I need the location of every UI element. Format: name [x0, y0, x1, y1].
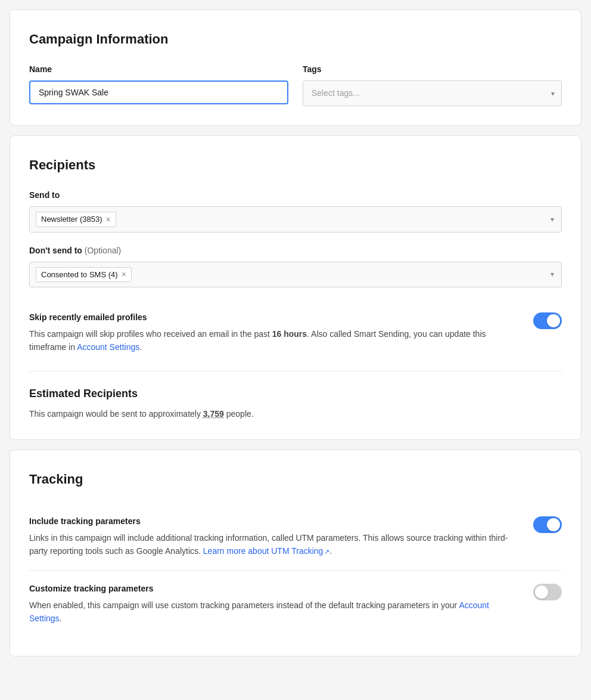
smart-sending-desc-end: . [139, 342, 142, 352]
dont-send-optional-label: (Optional) [85, 246, 121, 255]
dont-send-to-label: Don't send to (Optional) [29, 244, 562, 257]
smart-sending-content: Skip recently emailed profiles This camp… [29, 311, 519, 354]
name-label: Name [29, 63, 288, 76]
dont-send-chip: Consented to SMS (4) × [36, 267, 132, 283]
customize-tracking-desc-part1: When enabled, this campaign will use cus… [29, 600, 459, 610]
external-link-icon: ↗ [324, 548, 329, 555]
send-to-chip: Newsletter (3853) × [36, 212, 116, 227]
name-input[interactable] [29, 80, 288, 104]
recipients-title: Recipients [29, 155, 562, 175]
include-tracking-content: Include tracking parameters Links in thi… [29, 515, 519, 558]
tracking-card: Tracking Include tracking parameters Lin… [10, 450, 581, 657]
tags-select-wrapper[interactable]: Select tags... ▾ [303, 80, 562, 106]
include-tracking-title: Include tracking parameters [29, 515, 519, 528]
dont-send-to-select[interactable]: Consented to SMS (4) × ▾ [29, 262, 562, 288]
send-to-label: Send to [29, 189, 562, 202]
customize-tracking-row: Customize tracking parameters When enabl… [29, 570, 562, 637]
tags-label: Tags [303, 63, 562, 76]
campaign-information-title: Campaign Information [29, 29, 562, 49]
utm-tracking-link[interactable]: Learn more about UTM Tracking↗ [203, 546, 330, 556]
tags-placeholder: Select tags... [312, 88, 360, 98]
customize-tracking-title: Customize tracking parameters [29, 583, 519, 595]
include-tracking-desc: Links in this campaign will include addi… [29, 531, 519, 558]
send-to-section: Send to Newsletter (3853) × ▾ [29, 189, 562, 233]
smart-sending-toggle[interactable] [533, 312, 562, 329]
estimated-recipients-desc: This campaign would be sent to approxima… [29, 408, 562, 420]
include-tracking-desc-end: . [329, 546, 332, 556]
smart-sending-title: Skip recently emailed profiles [29, 311, 519, 324]
send-to-chevron-icon: ▾ [550, 214, 554, 225]
estimated-recipients-section: Estimated Recipients This campaign would… [29, 376, 562, 420]
estimated-count: 3,759 [203, 409, 224, 419]
recipients-divider [29, 371, 562, 371]
dont-send-chevron-icon: ▾ [550, 269, 554, 280]
smart-sending-account-settings-link[interactable]: Account Settings [77, 342, 139, 352]
smart-sending-desc: This campaign will skip profiles who rec… [29, 327, 519, 354]
customize-tracking-desc-end: . [60, 614, 62, 623]
campaign-information-card: Campaign Information Name Tags Select ta… [10, 10, 581, 126]
smart-sending-row: Skip recently emailed profiles This camp… [29, 299, 562, 366]
smart-sending-slider [533, 312, 562, 329]
include-tracking-toggle[interactable] [533, 516, 562, 533]
dont-send-chip-label: Consented to SMS (4) [41, 269, 118, 281]
customize-tracking-slider [533, 584, 562, 600]
smart-sending-hours: 16 hours [272, 329, 307, 339]
name-field-group: Name [29, 63, 288, 104]
campaign-form-row: Name Tags Select tags... ▾ [29, 63, 562, 106]
smart-sending-desc-part1: This campaign will skip profiles who rec… [29, 329, 272, 339]
send-to-select[interactable]: Newsletter (3853) × ▾ [29, 206, 562, 233]
customize-tracking-desc: When enabled, this campaign will use cus… [29, 599, 519, 625]
customize-tracking-content: Customize tracking parameters When enabl… [29, 583, 519, 625]
send-to-chip-remove[interactable]: × [106, 215, 111, 224]
include-tracking-slider [533, 516, 562, 533]
tags-field-group: Tags Select tags... ▾ [303, 63, 562, 106]
estimated-desc-part2: people. [224, 409, 254, 419]
estimated-recipients-title: Estimated Recipients [29, 386, 562, 402]
estimated-desc-part1: This campaign would be sent to approxima… [29, 409, 203, 419]
tracking-title: Tracking [29, 469, 562, 489]
dont-send-chip-remove[interactable]: × [122, 270, 126, 278]
recipients-card: Recipients Send to Newsletter (3853) × ▾… [10, 135, 581, 440]
customize-tracking-toggle[interactable] [533, 584, 562, 600]
dont-send-to-section: Don't send to (Optional) Consented to SM… [29, 244, 562, 288]
include-tracking-row: Include tracking parameters Links in thi… [29, 503, 562, 570]
send-to-chip-label: Newsletter (3853) [41, 213, 102, 225]
tags-select[interactable]: Select tags... [303, 80, 562, 106]
